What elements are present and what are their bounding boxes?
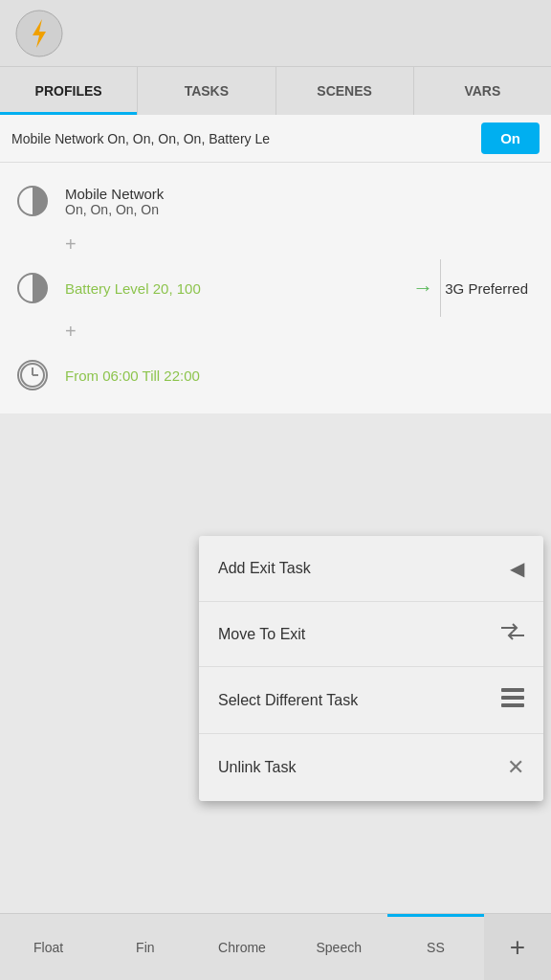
battery-level-title: Battery Level 20, 100 [65,280,401,297]
bottom-nav-float[interactable]: Float [0,914,97,980]
svg-rect-9 [501,688,524,692]
condition-time-range[interactable]: From 06:00 Till 22:00 [0,346,551,404]
main-tabs: PROFILES TASKS SCENES VARS [0,67,551,115]
arrow-icon: → [412,276,433,301]
app-header [0,0,551,67]
svg-rect-11 [501,703,524,707]
menu-label-move-to-exit: Move To Exit [218,626,305,643]
profile-bar-text: Mobile Network On, On, On, On, Battery L… [11,131,481,146]
menu-label-select-different-task: Select Different Task [218,692,358,709]
profile-bar: Mobile Network On, On, On, On, Battery L… [0,115,551,163]
bottom-nav-ss[interactable]: SS [387,914,484,980]
battery-level-value: 3G Preferred [445,280,536,297]
main-content: Mobile Network On, On, On, On + Battery … [0,163,551,413]
menu-icon-unlink-task: ✕ [507,755,524,780]
plus-separator-1: + [0,230,551,259]
tab-tasks[interactable]: TASKS [138,67,276,115]
bottom-nav-speech[interactable]: Speech [291,914,387,980]
vertical-divider [440,259,441,317]
context-menu: Add Exit Task ◀ Move To Exit Select Diff… [199,536,543,801]
menu-label-add-exit-task: Add Exit Task [218,560,311,577]
time-range-text: From 06:00 Till 22:00 [65,368,536,384]
bottom-nav-fin[interactable]: Fin [97,914,193,980]
menu-icon-move-to-exit [501,623,524,645]
time-range-icon [15,358,50,392]
svg-rect-10 [501,696,524,700]
menu-item-select-different-task[interactable]: Select Different Task [199,667,543,734]
battery-level-icon [15,271,50,305]
plus-separator-2: + [0,317,551,346]
time-range-title: From 06:00 Till 22:00 [65,368,536,384]
mobile-network-subtitle: On, On, On, On [65,202,536,217]
menu-icon-add-exit-task: ◀ [510,557,524,580]
mobile-network-icon [15,184,50,218]
bottom-nav-add-button[interactable]: + [484,914,551,980]
tab-vars[interactable]: VARS [414,67,551,115]
tab-profiles[interactable]: PROFILES [0,67,138,115]
mobile-network-title: Mobile Network [65,186,536,202]
bottom-nav-chrome[interactable]: Chrome [193,914,290,980]
menu-item-move-to-exit[interactable]: Move To Exit [199,602,543,667]
app-logo-icon [15,10,63,57]
bottom-navigation: Float Fin Chrome Speech SS + [0,913,551,980]
profile-toggle-button[interactable]: On [481,122,540,154]
battery-level-text: Battery Level 20, 100 [65,280,401,297]
tab-active-indicator [0,112,137,115]
condition-mobile-network[interactable]: Mobile Network On, On, On, On [0,172,551,230]
menu-label-unlink-task: Unlink Task [218,759,297,776]
menu-item-add-exit-task[interactable]: Add Exit Task ◀ [199,536,543,602]
mobile-network-text: Mobile Network On, On, On, On [65,186,536,217]
tab-scenes[interactable]: SCENES [276,67,414,115]
menu-item-unlink-task[interactable]: Unlink Task ✕ [199,734,543,801]
condition-battery-level[interactable]: Battery Level 20, 100 → 3G Preferred [0,259,551,317]
menu-icon-select-different-task [501,688,524,712]
